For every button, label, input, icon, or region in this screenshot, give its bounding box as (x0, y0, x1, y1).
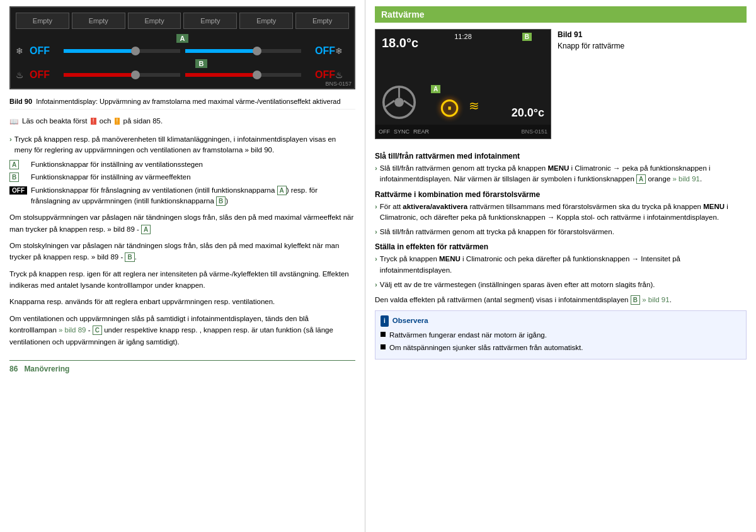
bullet-square-1 (381, 332, 386, 337)
observera-title: i Observera (381, 315, 741, 326)
fig-text-left: Infotainmentdisplay: Uppvärmning av fram… (36, 98, 340, 105)
slider-fill-red-left (64, 73, 134, 77)
bns-label-left: BNS-0157 (325, 81, 352, 87)
arrow-green-s2b: › (375, 227, 377, 237)
observera-text-1: Rattvärmen fungerar endast när motorn är… (389, 329, 547, 341)
key-table: A Funktionsknappar för inställning av ve… (9, 159, 355, 207)
para-3: Tryck på knappen resp. igen för att regl… (9, 268, 355, 291)
badge-a: A (9, 160, 19, 169)
link-bild89: » bild 89 (59, 326, 86, 334)
badge-b-inline-2: B (125, 252, 134, 262)
heat-steering-icon: ⊙ (438, 92, 461, 123)
section-3-item-2: › Välj ett av de tre värmestegen (instäl… (375, 280, 747, 290)
off-right-bottom: OFF (304, 69, 335, 81)
btn-sync-img: SYNC (394, 128, 410, 135)
section-title-2: Rattvärme i kombination med förarstolsvä… (375, 190, 747, 199)
img-temp-left: 18.0°c (382, 36, 418, 50)
key-off-text: Funktionsknappar för frånslagning av ven… (31, 185, 355, 207)
btn-empty-3: Empty (128, 13, 181, 29)
arrow-green-s2a: › (375, 201, 377, 212)
para-1: Om stolsuppvärmningen var påslagen när t… (9, 212, 355, 235)
section-3-item-1: › Tryck på knappen MENU i Climatronic oc… (375, 254, 747, 276)
middle-text: Den valda effekten på rattvärmen (antal … (375, 294, 747, 305)
slider-knob-blue-right (253, 47, 261, 55)
badge-b: B (9, 173, 19, 182)
btn-empty-2: Empty (72, 13, 125, 29)
link-bild91-2: » bild 91 (642, 296, 669, 303)
info-line: Läs och beakta först (22, 117, 88, 125)
figure-row-right: 11:28 18.0°c B ⊙ ≋ A 20.0°c (375, 29, 747, 145)
arrow-green-s3b: › (375, 280, 377, 290)
off-left-top: OFF (30, 45, 61, 57)
img-label-a: A (431, 85, 440, 93)
info-text: Läs och beakta först ! och ! på sidan 85… (22, 116, 163, 127)
figure-caption-left: Bild 90 Infotainmentdisplay: Uppvärmning… (9, 94, 355, 110)
badge-a-inline-1: A (277, 186, 287, 195)
slider-knob-red-right (253, 71, 261, 79)
fig-caption-right: Bild 91 Knapp för rattvärme (558, 29, 624, 52)
page-section: Manövrering (24, 365, 69, 373)
badge-b-mid: B (631, 295, 640, 305)
link-bild91-1: » bild 91 (672, 175, 699, 183)
btn-empty-4: Empty (183, 13, 237, 29)
info-suffix: och (100, 117, 112, 125)
fig-caption-text-right: Knapp för rattvärme (558, 40, 624, 52)
img-temp-right: 20.0°c (512, 106, 544, 120)
right-panel: Rattvärme 11:28 18.0°c B ⊙ ≋ (365, 0, 756, 532)
page-number: 86 (9, 365, 18, 373)
top-buttons-row: Empty Empty Empty Empty Empty Empty (16, 13, 349, 29)
key-a: A (9, 159, 27, 170)
control-row-top: ❄ OFF OFF ❄ (16, 45, 349, 57)
img-bottom-bar: OFF SYNC REAR BNS-0151 (375, 125, 551, 139)
left-panel: Empty Empty Empty Empty Empty Empty A ❄ … (0, 0, 365, 532)
section-2-item-1: › För att aktivera/avaktivera rattvärmen… (375, 201, 747, 224)
observera-icon: i (381, 315, 389, 327)
img-label-b: B (522, 33, 532, 41)
btn-empty-6: Empty (295, 13, 349, 29)
warn-icon-1: ! (91, 118, 96, 125)
key-row-a: A Funktionsknappar för inställning av ve… (9, 159, 355, 170)
key-a-text: Funktionsknappar för inställning av vent… (31, 159, 203, 170)
section-header-rattvärme: Rattvärme (375, 6, 747, 23)
observera-bullet-2: Om nätspänningen sjunker slås rattvärmen… (381, 342, 741, 353)
label-b-display-row: B (35, 59, 368, 68)
key-b: B (9, 172, 27, 183)
observera-text-2: Om nätspänningen sjunker slås rattvärmen… (389, 342, 583, 353)
slider-red-left (64, 73, 180, 77)
slider-knob-blue-left (131, 47, 140, 55)
key-b-text: Funktionsknappar för inställning av värm… (31, 172, 191, 183)
section-1-text-1: Slå till/från rattvärmen genom att tryck… (380, 163, 747, 185)
svg-line-3 (386, 101, 395, 107)
observera-bullet-1: Rattvärmen fungerar endast när motorn är… (381, 329, 741, 341)
info-end: på sidan 85. (123, 117, 163, 125)
fig-number-left: Bild 90 (9, 98, 32, 105)
slider-red-right (185, 73, 302, 77)
arrow-green-s1: › (375, 163, 377, 174)
section-title-1: Slå till/från rattvärmen med infotainmen… (375, 152, 747, 161)
fig-caption-title-right: Bild 91 (558, 29, 624, 40)
fan-icon-right: ❄ (335, 46, 349, 56)
slider-blue-right (185, 49, 302, 53)
section-3-text-2: Välj ett av de tre värmestegen (inställn… (380, 280, 655, 290)
bullet-square-2 (381, 344, 386, 349)
section-1-item-1: › Slå till/från rattvärmen genom att try… (375, 163, 747, 185)
label-b-display: B (195, 59, 208, 68)
section-2-text-2: Slå till/från rattvärmen genom att tryck… (380, 227, 614, 237)
arrow-green-1: › (9, 134, 12, 145)
slider-knob-red-left (131, 71, 140, 79)
btn-off-img: OFF (379, 128, 390, 135)
svg-point-1 (394, 98, 404, 107)
arrow-green-s3a: › (375, 254, 377, 264)
para-4: Knapparna resp. används för att reglera … (9, 296, 355, 307)
arrow-text-main: Tryck på knappen resp. på manöverenheten… (14, 134, 355, 156)
heat-waves-icon: ≋ (469, 98, 479, 113)
heat-icon-left: ♨ (16, 70, 30, 80)
heat-icon-right: ♨ (335, 70, 349, 80)
label-a-display: A (176, 34, 189, 43)
badge-c-inline: C (93, 325, 102, 335)
slider-fill-blue-left (64, 49, 134, 53)
section-2-text-1: För att aktivera/avaktivera rattvärmen t… (380, 201, 747, 224)
section-3-text-1: Tryck på knappen MENU i Climatronic och … (380, 254, 747, 276)
key-row-b: B Funktionsknappar för inställning av vä… (9, 172, 355, 183)
btn-empty-5: Empty (239, 13, 293, 29)
